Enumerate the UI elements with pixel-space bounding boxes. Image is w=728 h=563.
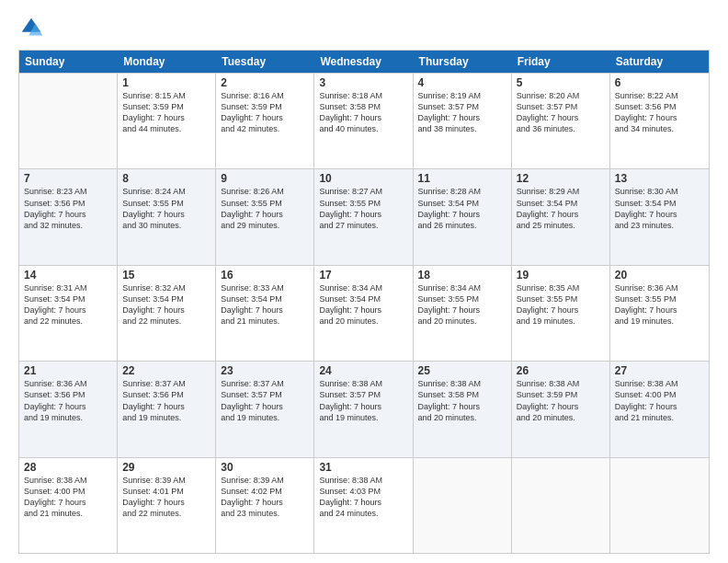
cell-info: Sunrise: 8:38 AMSunset: 4:03 PMDaylight:… (319, 475, 407, 520)
cell-info: Sunrise: 8:35 AMSunset: 3:55 PMDaylight:… (517, 282, 605, 327)
calendar-cell-r0-c0 (19, 74, 118, 168)
day-number: 18 (418, 269, 506, 282)
day-number: 2 (221, 76, 309, 89)
calendar-cell-r3-c5: 26Sunrise: 8:38 AMSunset: 3:59 PMDayligh… (512, 362, 610, 456)
calendar-cell-r0-c6: 6Sunrise: 8:22 AMSunset: 3:56 PMDaylight… (610, 74, 709, 168)
header-day-wednesday: Wednesday (314, 51, 413, 73)
day-number: 30 (221, 461, 309, 474)
cell-info: Sunrise: 8:32 AMSunset: 3:54 PMDaylight:… (122, 282, 210, 327)
day-number: 26 (517, 364, 605, 377)
calendar-cell-r0-c4: 4Sunrise: 8:19 AMSunset: 3:57 PMDaylight… (414, 74, 512, 168)
cell-info: Sunrise: 8:31 AMSunset: 3:54 PMDaylight:… (24, 282, 112, 327)
day-number: 23 (221, 364, 309, 377)
calendar-cell-r4-c6 (610, 458, 709, 553)
logo (18, 15, 46, 40)
day-number: 22 (122, 364, 210, 377)
calendar-cell-r0-c1: 1Sunrise: 8:15 AMSunset: 3:59 PMDaylight… (118, 74, 216, 168)
calendar-row-1: 7Sunrise: 8:23 AMSunset: 3:56 PMDaylight… (19, 168, 709, 264)
calendar-cell-r4-c0: 28Sunrise: 8:38 AMSunset: 4:00 PMDayligh… (19, 458, 118, 553)
calendar-row-2: 14Sunrise: 8:31 AMSunset: 3:54 PMDayligh… (19, 265, 709, 361)
cell-info: Sunrise: 8:16 AMSunset: 3:59 PMDaylight:… (221, 90, 309, 135)
calendar-cell-r2-c2: 16Sunrise: 8:33 AMSunset: 3:54 PMDayligh… (216, 266, 314, 361)
day-number: 7 (24, 172, 112, 185)
cell-info: Sunrise: 8:29 AMSunset: 3:54 PMDaylight:… (517, 186, 605, 231)
calendar-cell-r3-c4: 25Sunrise: 8:38 AMSunset: 3:58 PMDayligh… (414, 362, 512, 456)
calendar-cell-r1-c1: 8Sunrise: 8:24 AMSunset: 3:55 PMDaylight… (118, 169, 216, 264)
day-number: 20 (615, 269, 704, 282)
header-day-monday: Monday (118, 51, 216, 73)
day-number: 19 (517, 269, 605, 282)
day-number: 6 (615, 76, 704, 89)
cell-info: Sunrise: 8:24 AMSunset: 3:55 PMDaylight:… (122, 186, 210, 231)
cell-info: Sunrise: 8:15 AMSunset: 3:59 PMDaylight:… (122, 90, 210, 135)
cell-info: Sunrise: 8:30 AMSunset: 3:54 PMDaylight:… (615, 186, 704, 231)
cell-info: Sunrise: 8:38 AMSunset: 4:00 PMDaylight:… (615, 378, 704, 423)
day-number: 15 (122, 269, 210, 282)
header-day-friday: Friday (512, 51, 610, 73)
day-number: 14 (24, 269, 112, 282)
cell-info: Sunrise: 8:33 AMSunset: 3:54 PMDaylight:… (221, 282, 309, 327)
cell-info: Sunrise: 8:34 AMSunset: 3:54 PMDaylight:… (319, 282, 407, 327)
calendar-cell-r0-c5: 5Sunrise: 8:20 AMSunset: 3:57 PMDaylight… (512, 74, 610, 168)
cell-info: Sunrise: 8:26 AMSunset: 3:55 PMDaylight:… (221, 186, 309, 231)
day-number: 5 (517, 76, 605, 89)
day-number: 28 (24, 461, 112, 474)
day-number: 27 (615, 364, 704, 377)
cell-info: Sunrise: 8:37 AMSunset: 3:56 PMDaylight:… (122, 378, 210, 423)
calendar-cell-r4-c5 (512, 458, 610, 553)
day-number: 17 (319, 269, 407, 282)
calendar-row-3: 21Sunrise: 8:36 AMSunset: 3:56 PMDayligh… (19, 361, 709, 456)
calendar-cell-r1-c6: 13Sunrise: 8:30 AMSunset: 3:54 PMDayligh… (610, 169, 709, 264)
header-day-tuesday: Tuesday (216, 51, 314, 73)
calendar: SundayMondayTuesdayWednesdayThursdayFrid… (18, 50, 710, 554)
page: SundayMondayTuesdayWednesdayThursdayFrid… (0, 0, 728, 563)
day-number: 11 (418, 172, 506, 185)
cell-info: Sunrise: 8:27 AMSunset: 3:55 PMDaylight:… (319, 186, 407, 231)
cell-info: Sunrise: 8:18 AMSunset: 3:58 PMDaylight:… (319, 90, 407, 135)
calendar-header: SundayMondayTuesdayWednesdayThursdayFrid… (19, 51, 709, 73)
day-number: 16 (221, 269, 309, 282)
calendar-cell-r2-c0: 14Sunrise: 8:31 AMSunset: 3:54 PMDayligh… (19, 266, 118, 361)
cell-info: Sunrise: 8:28 AMSunset: 3:54 PMDaylight:… (418, 186, 506, 231)
calendar-cell-r4-c1: 29Sunrise: 8:39 AMSunset: 4:01 PMDayligh… (118, 458, 216, 553)
cell-info: Sunrise: 8:38 AMSunset: 3:57 PMDaylight:… (319, 378, 407, 423)
day-number: 1 (122, 76, 210, 89)
day-number: 25 (418, 364, 506, 377)
header-day-thursday: Thursday (414, 51, 512, 73)
day-number: 4 (418, 76, 506, 89)
calendar-cell-r2-c5: 19Sunrise: 8:35 AMSunset: 3:55 PMDayligh… (512, 266, 610, 361)
cell-info: Sunrise: 8:34 AMSunset: 3:55 PMDaylight:… (418, 282, 506, 327)
logo-icon (18, 15, 44, 40)
calendar-cell-r3-c6: 27Sunrise: 8:38 AMSunset: 4:00 PMDayligh… (610, 362, 709, 456)
day-number: 24 (319, 364, 407, 377)
calendar-cell-r0-c2: 2Sunrise: 8:16 AMSunset: 3:59 PMDaylight… (216, 74, 314, 168)
calendar-row-0: 1Sunrise: 8:15 AMSunset: 3:59 PMDaylight… (19, 73, 709, 168)
day-number: 9 (221, 172, 309, 185)
calendar-cell-r2-c3: 17Sunrise: 8:34 AMSunset: 3:54 PMDayligh… (314, 266, 413, 361)
cell-info: Sunrise: 8:20 AMSunset: 3:57 PMDaylight:… (517, 90, 605, 135)
calendar-cell-r3-c0: 21Sunrise: 8:36 AMSunset: 3:56 PMDayligh… (19, 362, 118, 456)
cell-info: Sunrise: 8:19 AMSunset: 3:57 PMDaylight:… (418, 90, 506, 135)
calendar-cell-r3-c2: 23Sunrise: 8:37 AMSunset: 3:57 PMDayligh… (216, 362, 314, 456)
calendar-cell-r3-c3: 24Sunrise: 8:38 AMSunset: 3:57 PMDayligh… (314, 362, 413, 456)
calendar-cell-r4-c4 (414, 458, 512, 553)
day-number: 12 (517, 172, 605, 185)
cell-info: Sunrise: 8:39 AMSunset: 4:01 PMDaylight:… (122, 475, 210, 520)
cell-info: Sunrise: 8:38 AMSunset: 4:00 PMDaylight:… (24, 475, 112, 520)
calendar-row-4: 28Sunrise: 8:38 AMSunset: 4:00 PMDayligh… (19, 457, 709, 553)
header-day-saturday: Saturday (610, 51, 709, 73)
calendar-cell-r2-c4: 18Sunrise: 8:34 AMSunset: 3:55 PMDayligh… (414, 266, 512, 361)
header-day-sunday: Sunday (19, 51, 118, 73)
day-number: 29 (122, 461, 210, 474)
calendar-cell-r4-c2: 30Sunrise: 8:39 AMSunset: 4:02 PMDayligh… (216, 458, 314, 553)
cell-info: Sunrise: 8:38 AMSunset: 3:58 PMDaylight:… (418, 378, 506, 423)
cell-info: Sunrise: 8:23 AMSunset: 3:56 PMDaylight:… (24, 186, 112, 231)
calendar-cell-r1-c0: 7Sunrise: 8:23 AMSunset: 3:56 PMDaylight… (19, 169, 118, 264)
cell-info: Sunrise: 8:38 AMSunset: 3:59 PMDaylight:… (517, 378, 605, 423)
calendar-cell-r2-c1: 15Sunrise: 8:32 AMSunset: 3:54 PMDayligh… (118, 266, 216, 361)
calendar-cell-r2-c6: 20Sunrise: 8:36 AMSunset: 3:55 PMDayligh… (610, 266, 709, 361)
day-number: 31 (319, 461, 407, 474)
calendar-cell-r1-c5: 12Sunrise: 8:29 AMSunset: 3:54 PMDayligh… (512, 169, 610, 264)
day-number: 21 (24, 364, 112, 377)
calendar-cell-r4-c3: 31Sunrise: 8:38 AMSunset: 4:03 PMDayligh… (314, 458, 413, 553)
